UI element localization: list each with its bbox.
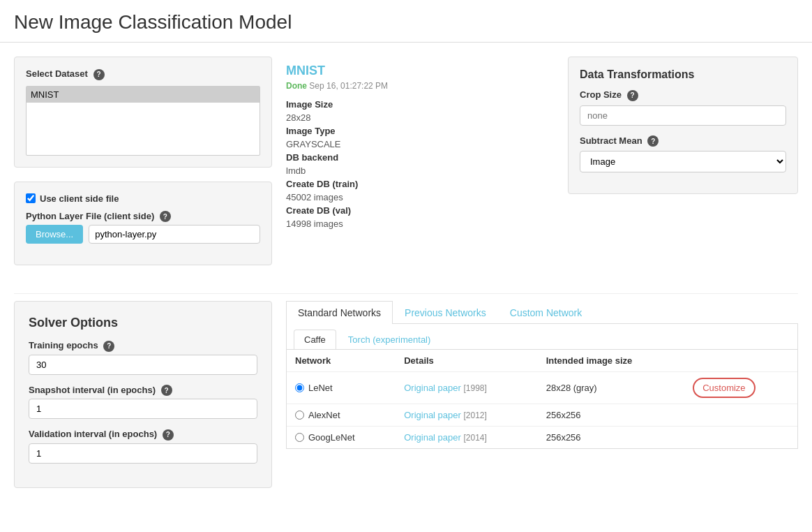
- page-title: New Image Classification Model: [0, 0, 812, 43]
- browse-button[interactable]: Browse...: [26, 225, 83, 244]
- file-browse-row: Browse...: [26, 225, 260, 244]
- crop-size-label: Crop Size ?: [580, 89, 786, 101]
- paper-link[interactable]: Original paper: [404, 383, 461, 393]
- inner-tab-caffe[interactable]: Caffe: [294, 330, 336, 349]
- mnist-title: MNIST: [286, 64, 554, 78]
- python-layer-file-label: Python Layer File (client side) ?: [26, 211, 260, 223]
- subtract-mean-select[interactable]: Image Pixel None: [580, 151, 786, 172]
- crop-size-input[interactable]: [580, 105, 786, 126]
- tab-standard-networks[interactable]: Standard Networks: [286, 301, 393, 324]
- inner-tab-torch[interactable]: Torch (experimental): [338, 330, 442, 349]
- snapshot-interval-input[interactable]: [29, 399, 257, 419]
- tab-previous-networks[interactable]: Previous Networks: [393, 301, 498, 324]
- snapshot-interval-help-icon[interactable]: ?: [161, 385, 172, 396]
- select-dataset-help-icon[interactable]: ?: [93, 69, 105, 80]
- training-epochs-input[interactable]: [29, 355, 257, 375]
- snapshot-interval-label: Snapshot interval (in epochs) ?: [29, 385, 257, 397]
- network-table-row: LeNet Original paper [1998]28x28 (gray)C…: [287, 372, 797, 404]
- validation-interval-label: Validation interval (in epochs) ?: [29, 429, 257, 441]
- customize-button[interactable]: Customize: [693, 378, 755, 398]
- col-actions: [684, 350, 797, 372]
- network-tab-bar: Standard Networks Previous Networks Cust…: [286, 301, 798, 324]
- col-image-size: Intended image size: [538, 350, 684, 372]
- validation-interval-input[interactable]: [29, 443, 257, 464]
- tab-custom-network[interactable]: Custom Network: [498, 301, 594, 324]
- network-name: GoogLeNet: [308, 432, 355, 443]
- image-size-cell: 256x256: [538, 404, 684, 427]
- paper-year: [2014]: [463, 433, 486, 443]
- client-side-file-checkbox-row: Use client side file: [26, 193, 260, 204]
- network-table-row: GoogLeNet Original paper [2014]256x256: [287, 427, 797, 449]
- network-name: LeNet: [308, 383, 333, 393]
- select-dataset-label: Select Dataset ?: [26, 68, 260, 80]
- training-epochs-help-icon[interactable]: ?: [103, 341, 114, 352]
- subtract-mean-help-icon[interactable]: ?: [647, 135, 659, 147]
- image-size-cell: 28x28 (gray): [538, 372, 684, 404]
- training-epochs-label: Training epochs ?: [29, 340, 257, 352]
- network-radio-row: AlexNet: [295, 410, 387, 420]
- validation-interval-help-icon[interactable]: ?: [163, 429, 174, 441]
- inner-tab-bar: Caffe Torch (experimental): [287, 324, 797, 350]
- network-radio-row: LeNet: [295, 383, 387, 393]
- transforms-title: Data Transformations: [580, 68, 786, 81]
- paper-link[interactable]: Original paper: [404, 410, 461, 420]
- paper-year: [2012]: [463, 411, 486, 420]
- network-table: Network Details Intended image size LeNe…: [287, 350, 797, 448]
- mnist-status: Done Sep 16, 01:27:22 PM: [286, 81, 554, 91]
- client-side-file-checkbox[interactable]: [26, 193, 36, 203]
- file-path-input[interactable]: [89, 225, 260, 244]
- network-name: AlexNet: [308, 410, 340, 420]
- solver-title: Solver Options: [29, 316, 257, 330]
- col-details: Details: [396, 350, 538, 372]
- network-radio-row: GoogLeNet: [295, 432, 387, 443]
- network-radio-lenet[interactable]: [295, 383, 304, 392]
- crop-size-help-icon[interactable]: ?: [627, 90, 638, 101]
- mnist-info-table: Image Size 28x28 Image Type GRAYSCALE DB…: [286, 99, 554, 229]
- network-tab-content: Caffe Torch (experimental) Network Detai…: [286, 324, 798, 449]
- image-size-cell: 256x256: [538, 427, 684, 449]
- col-network: Network: [287, 350, 396, 372]
- network-table-row: AlexNet Original paper [2012]256x256: [287, 404, 797, 427]
- paper-link[interactable]: Original paper: [404, 432, 461, 443]
- network-radio-alexnet[interactable]: [295, 411, 304, 420]
- dataset-listbox[interactable]: MNIST: [26, 86, 260, 156]
- paper-year: [1998]: [463, 383, 486, 393]
- subtract-mean-label: Subtract Mean ?: [580, 135, 786, 147]
- python-layer-help-icon[interactable]: ?: [160, 211, 171, 222]
- network-radio-googlenet[interactable]: [295, 433, 304, 442]
